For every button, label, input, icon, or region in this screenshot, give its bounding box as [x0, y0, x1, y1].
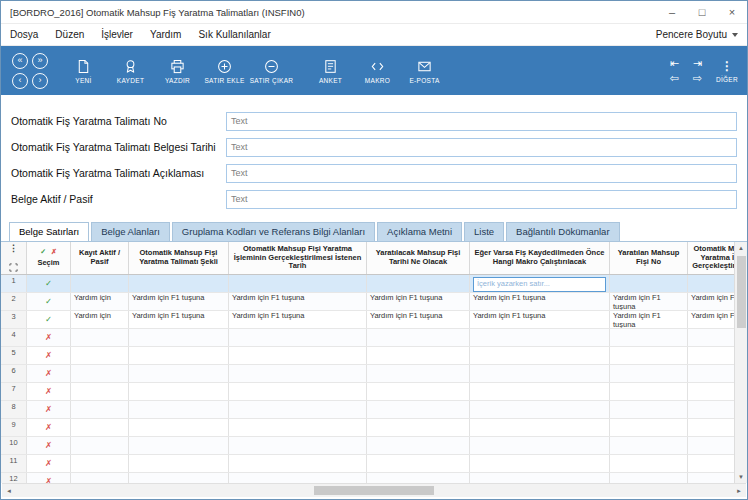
- select-cell[interactable]: ✓: [27, 275, 71, 292]
- cell-talimat-sekli[interactable]: [129, 329, 229, 346]
- yazdir-button[interactable]: YAZDIR: [154, 57, 201, 84]
- anket-button[interactable]: ANKET: [307, 57, 354, 84]
- yeni-button[interactable]: YENİ: [60, 57, 107, 84]
- cell-makro[interactable]: [470, 383, 610, 400]
- cell-talimat-sekli[interactable]: [129, 419, 229, 436]
- cell-istenen-tarih[interactable]: [229, 329, 367, 346]
- cell-fis-tarihi-ne-olacak[interactable]: [367, 473, 470, 483]
- cell-yaratilan-fis-no[interactable]: [610, 365, 688, 382]
- column-header-kayit-aktif-pasif[interactable]: Kayıt Aktif / Pasif: [71, 242, 129, 274]
- select-cell[interactable]: ✗: [27, 347, 71, 364]
- cell-istenen-tarih[interactable]: Yardım için F1 tuşuna: [229, 311, 367, 328]
- grid-row-11[interactable]: 11✗: [1, 455, 747, 473]
- select-all-icon[interactable]: ✓: [40, 248, 46, 256]
- select-cell[interactable]: ✓: [27, 293, 71, 310]
- cell-kayit-aktif-pasif[interactable]: [71, 473, 129, 483]
- cell-yaratilan-fis-no[interactable]: [610, 455, 688, 472]
- minimize-button[interactable]: –: [657, 1, 687, 23]
- grid-row-6[interactable]: 6✗: [1, 365, 747, 383]
- cell-talimat-sekli[interactable]: Yardım için F1 tuşuna: [129, 293, 229, 310]
- cell-kayit-aktif-pasif[interactable]: [71, 365, 129, 382]
- cell-yaratilan-fis-no[interactable]: [610, 347, 688, 364]
- cell-makro[interactable]: İçerik yazarken satır...: [470, 275, 610, 292]
- grid-row-4[interactable]: 4✗: [1, 329, 747, 347]
- select-cell[interactable]: ✓: [27, 311, 71, 328]
- cell-fis-tarihi-ne-olacak[interactable]: [367, 383, 470, 400]
- grid-row-3[interactable]: 3✓Yardım içinYardım için F1 tuşunaYardım…: [1, 311, 747, 329]
- cell-talimat-sekli[interactable]: [129, 275, 229, 292]
- cell-talimat-sekli[interactable]: Yardım için F1 tuşuna: [129, 311, 229, 328]
- field-input-belge-aktif-pasif[interactable]: Text: [226, 190, 737, 209]
- scroll-up-icon[interactable]: ▲: [735, 242, 747, 254]
- cell-makro[interactable]: [470, 455, 610, 472]
- next-record-button[interactable]: ›: [32, 73, 48, 89]
- go-first-button[interactable]: ⇤: [666, 57, 683, 69]
- cell-kayit-aktif-pasif[interactable]: [71, 383, 129, 400]
- back-button[interactable]: ⇦: [666, 72, 683, 84]
- select-cell[interactable]: ✗: [27, 365, 71, 382]
- cell-yaratilan-fis-no[interactable]: [610, 473, 688, 483]
- vertical-scroll-thumb[interactable]: [737, 256, 746, 328]
- cell-fis-tarihi-ne-olacak[interactable]: [367, 455, 470, 472]
- last-record-button[interactable]: »: [32, 53, 48, 69]
- satir-cikar-button[interactable]: SATIR ÇIKAR: [248, 57, 295, 84]
- cell-istenen-tarih[interactable]: [229, 401, 367, 418]
- select-cell[interactable]: ✗: [27, 473, 71, 483]
- cell-talimat-sekli[interactable]: [129, 383, 229, 400]
- cell-istenen-tarih[interactable]: [229, 437, 367, 454]
- cell-kayit-aktif-pasif[interactable]: Yardım için: [71, 293, 129, 310]
- menu-duzen[interactable]: Düzen: [55, 29, 84, 40]
- grid-row-5[interactable]: 5✗: [1, 347, 747, 365]
- cell-fis-tarihi-ne-olacak[interactable]: [367, 419, 470, 436]
- first-record-button[interactable]: «: [12, 53, 28, 69]
- maximize-button[interactable]: □: [687, 1, 717, 23]
- cell-makro[interactable]: [470, 473, 610, 483]
- grid-row-10[interactable]: 10✗: [1, 437, 747, 455]
- column-header-yaratilan-mahsup-fisi-no[interactable]: Yaratılan Mahsup Fişi No: [610, 242, 688, 274]
- cell-istenen-tarih[interactable]: [229, 419, 367, 436]
- tab-aciklama-metni[interactable]: Açıklama Metni: [377, 222, 462, 241]
- deselect-all-icon[interactable]: ✗: [51, 248, 57, 256]
- field-input-otomatik-fis-yaratma-talimati-belgesi-tarihi[interactable]: Text: [226, 138, 737, 157]
- cell-fis-tarihi-ne-olacak[interactable]: [367, 347, 470, 364]
- cell-yaratilan-fis-no[interactable]: Yardım için F1 tuşuna: [610, 311, 688, 328]
- cell-fis-tarihi-ne-olacak[interactable]: [367, 275, 470, 292]
- scroll-left-icon[interactable]: ◄: [2, 488, 16, 494]
- cell-makro[interactable]: [470, 347, 610, 364]
- cell-istenen-tarih[interactable]: Yardım için F1 tuşuna: [229, 293, 367, 310]
- grid-row-12[interactable]: 12✗: [1, 473, 747, 483]
- tab-liste[interactable]: Liste: [464, 222, 504, 241]
- menu-dosya[interactable]: Dosya: [10, 29, 38, 40]
- inline-edit-placeholder[interactable]: İçerik yazarken satır...: [473, 277, 606, 292]
- scroll-right-icon[interactable]: ►: [732, 488, 746, 494]
- e-posta-button[interactable]: E-POSTA: [401, 57, 448, 84]
- forward-button[interactable]: ⇨: [689, 72, 706, 84]
- select-cell[interactable]: ✗: [27, 437, 71, 454]
- grid-row-9[interactable]: 9✗: [1, 419, 747, 437]
- select-cell[interactable]: ✗: [27, 383, 71, 400]
- cell-kayit-aktif-pasif[interactable]: [71, 329, 129, 346]
- cell-talimat-sekli[interactable]: [129, 347, 229, 364]
- grid-row-8[interactable]: 8✗: [1, 401, 747, 419]
- makro-button[interactable]: MAKRO: [354, 57, 401, 84]
- cell-istenen-tarih[interactable]: [229, 455, 367, 472]
- cell-fis-tarihi-ne-olacak[interactable]: [367, 365, 470, 382]
- menu-islevler[interactable]: İşlevler: [101, 29, 133, 40]
- cell-yaratilan-fis-no[interactable]: [610, 329, 688, 346]
- grid-corner-cell[interactable]: ⋮: [1, 242, 27, 274]
- cell-fis-tarihi-ne-olacak[interactable]: [367, 401, 470, 418]
- cell-istenen-tarih[interactable]: [229, 347, 367, 364]
- kaydet-button[interactable]: KAYDET: [107, 57, 154, 84]
- select-cell[interactable]: ✗: [27, 329, 71, 346]
- cell-kayit-aktif-pasif[interactable]: [71, 455, 129, 472]
- tab-belge-alanlari[interactable]: Belge Alanları: [91, 222, 170, 241]
- tab-gruplama-kodlari-ve-referans-bilgi-alanlari[interactable]: Gruplama Kodları ve Referans Bilgi Alanl…: [172, 222, 375, 241]
- cell-kayit-aktif-pasif[interactable]: [71, 275, 129, 292]
- cell-fis-tarihi-ne-olacak[interactable]: [367, 329, 470, 346]
- grid-row-2[interactable]: 2✓Yardım içinYardım için F1 tuşunaYardım…: [1, 293, 747, 311]
- cell-istenen-tarih[interactable]: [229, 275, 367, 292]
- menu-sik-kullanilanlar[interactable]: Sık Kullanılanlar: [198, 29, 270, 40]
- cell-kayit-aktif-pasif[interactable]: [71, 437, 129, 454]
- horizontal-scroll-thumb[interactable]: [314, 486, 434, 495]
- cell-makro[interactable]: [470, 401, 610, 418]
